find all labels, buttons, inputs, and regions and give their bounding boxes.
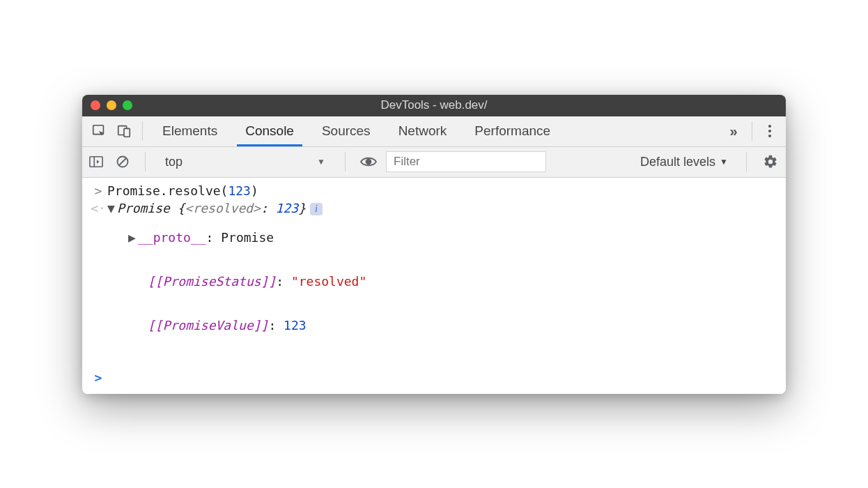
execution-context-select[interactable]: top ▼ — [158, 151, 332, 172]
input-prompt-icon: > — [89, 183, 107, 198]
console-settings-icon[interactable] — [759, 154, 782, 169]
info-icon[interactable]: i — [310, 203, 323, 215]
console-body: > Promise.resolve(123) <· ▼Promise {<res… — [82, 178, 786, 394]
promise-value-row: [[PromiseValue]]: 123 — [107, 318, 779, 333]
divider — [752, 121, 752, 141]
device-toolbar-icon[interactable] — [111, 116, 137, 146]
console-input-row: > Promise.resolve(123) — [82, 182, 786, 199]
divider — [145, 152, 146, 171]
log-level-select[interactable]: Default levels ▼ — [640, 155, 734, 169]
output-prompt-icon: <· — [89, 201, 107, 215]
disclosure-triangle-down-icon[interactable]: ▼ — [107, 201, 117, 215]
divider — [142, 121, 143, 141]
inspect-element-icon[interactable] — [86, 116, 111, 146]
console-output-object[interactable]: ▼Promise {<resolved>: 123}i ▶__proto__: … — [107, 201, 779, 362]
more-tabs-icon[interactable]: » — [721, 123, 746, 139]
console-output-row: <· ▼Promise {<resolved>: 123}i ▶__proto_… — [82, 199, 786, 363]
tab-performance[interactable]: Performance — [460, 116, 564, 146]
console-input-code: Promise.resolve(123) — [107, 183, 779, 198]
minimize-icon[interactable] — [107, 100, 116, 110]
main-toolbar: Elements Console Sources Network Perform… — [82, 116, 786, 147]
console-toolbar: top ▼ Default levels ▼ — [82, 147, 786, 178]
object-summary: Promise {<resolved>: 123} — [117, 201, 306, 215]
console-prompt-row[interactable]: > — [82, 369, 786, 386]
prompt-icon: > — [89, 370, 107, 385]
svg-point-5 — [768, 135, 771, 137]
tab-console[interactable]: Console — [231, 116, 308, 146]
zoom-icon[interactable] — [123, 100, 132, 110]
log-level-label: Default levels — [640, 155, 715, 169]
execution-context-label: top — [165, 155, 183, 169]
devtools-window: DevTools - web.dev/ Elements Console Sou… — [82, 95, 786, 394]
filter-input[interactable] — [386, 151, 546, 172]
divider — [345, 152, 346, 171]
svg-rect-6 — [90, 157, 102, 167]
promise-status-row: [[PromiseStatus]]: "resolved" — [107, 274, 779, 289]
svg-point-3 — [768, 125, 771, 128]
svg-point-10 — [366, 160, 371, 165]
svg-line-9 — [119, 158, 126, 165]
titlebar: DevTools - web.dev/ — [82, 95, 786, 116]
clear-console-icon[interactable] — [113, 152, 132, 171]
divider — [746, 152, 747, 171]
proto-row[interactable]: ▶__proto__: Promise — [107, 230, 779, 245]
tab-elements[interactable]: Elements — [148, 116, 231, 146]
close-icon[interactable] — [91, 100, 100, 110]
chevron-down-icon: ▼ — [317, 157, 325, 167]
svg-rect-2 — [124, 128, 130, 137]
tab-network[interactable]: Network — [385, 116, 461, 146]
disclosure-triangle-right-icon[interactable]: ▶ — [128, 230, 138, 245]
window-title: DevTools - web.dev/ — [82, 98, 786, 112]
settings-menu-icon[interactable] — [758, 116, 782, 146]
panel-tabs: Elements Console Sources Network Perform… — [148, 116, 721, 146]
svg-point-4 — [768, 130, 771, 132]
chevron-down-icon: ▼ — [720, 157, 728, 167]
live-expression-icon[interactable] — [358, 155, 379, 168]
tab-sources[interactable]: Sources — [308, 116, 385, 146]
toggle-sidebar-icon[interactable] — [86, 152, 106, 171]
traffic-lights — [91, 100, 132, 110]
